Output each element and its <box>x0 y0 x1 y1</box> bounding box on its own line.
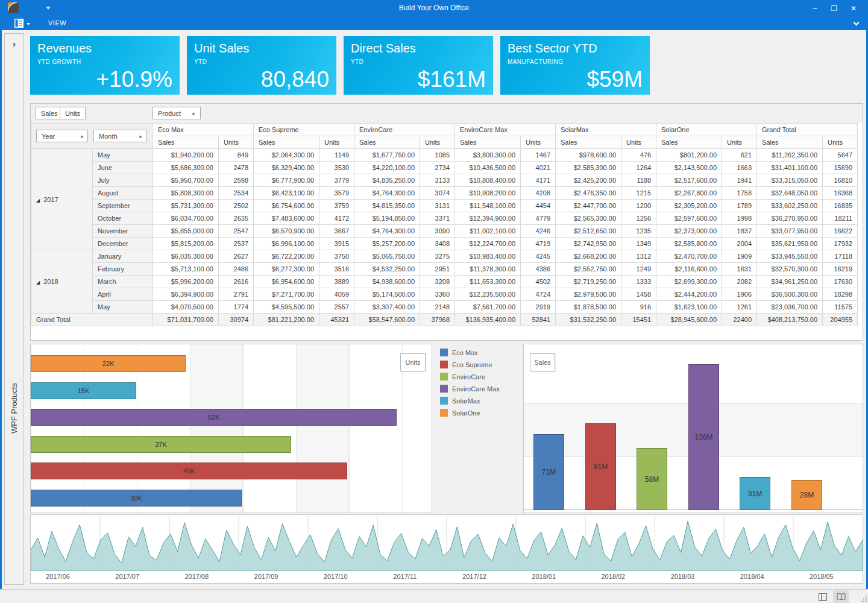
units-bar-eco-max[interactable]: 30K <box>31 490 242 507</box>
year-group-cell[interactable]: ◢2018 <box>31 250 93 314</box>
timeline-axis-labels: 2017/062017/072017/082017/092017/102017/… <box>31 573 863 581</box>
units-bar-solarmax[interactable]: 15K <box>31 382 136 399</box>
legend-item[interactable]: EnviroCare Max <box>440 385 520 393</box>
pivot-value-cell: 16810 <box>823 174 858 187</box>
sales-bar-solarmax[interactable]: 31M <box>740 477 770 510</box>
pivot-corner-cell: Year ▲ Month ▲ <box>31 124 153 149</box>
column-group-header[interactable]: EnviroCare Max <box>455 124 556 136</box>
pivot-value-cell: $11,262,350.00 <box>757 149 823 162</box>
maximize-button[interactable]: ❐ <box>827 3 841 13</box>
value-column-header[interactable]: Units <box>621 136 656 149</box>
pivot-value-cell: 3667 <box>319 225 354 238</box>
resize-grip[interactable] <box>861 596 867 602</box>
year-field-button[interactable]: Year ▲ <box>36 130 88 142</box>
pivot-value-cell: 18298 <box>823 288 858 301</box>
pivot-value-cell: $801,200.00 <box>656 149 722 162</box>
collapse-group-icon[interactable]: ◢ <box>36 280 40 285</box>
month-row-header: November <box>93 225 153 238</box>
value-column-header[interactable]: Sales <box>254 136 319 149</box>
value-column-header[interactable]: Units <box>722 136 757 149</box>
pivot-value-cell: 1149 <box>319 149 354 162</box>
units-measure-button[interactable]: Units <box>60 107 86 119</box>
pivot-value-cell: 17932 <box>823 238 858 250</box>
pivot-value-cell: 17630 <box>823 276 858 288</box>
units-bar-eco-supreme[interactable]: 45K <box>31 463 347 479</box>
units-bar-solarone[interactable]: 22K <box>31 355 186 372</box>
value-column-header[interactable]: Sales <box>153 136 219 149</box>
layout-menu-icon[interactable] <box>14 19 25 28</box>
chart-band <box>190 344 243 513</box>
column-group-header[interactable]: Eco Max <box>153 124 254 136</box>
legend-item[interactable]: Eco Supreme <box>440 361 520 368</box>
value-column-header[interactable]: Units <box>521 136 556 149</box>
kpi-tile-best-sector[interactable]: Best Sector YTD MANUFACTURING $59M <box>500 36 650 95</box>
panel-view-icon[interactable] <box>815 590 831 603</box>
month-row-header: April <box>93 288 153 301</box>
pivot-value-cell: 4171 <box>521 174 556 187</box>
minimize-button[interactable]: – <box>808 3 822 13</box>
units-chart-button[interactable]: Units <box>400 353 426 371</box>
pivot-value-cell: 2547 <box>219 225 254 238</box>
legend-item[interactable]: SolarOne <box>440 409 520 417</box>
value-column-header[interactable]: Units <box>420 136 455 149</box>
pivot-data-row: March$5,996,200.002616$6,954,600.003889$… <box>31 276 858 288</box>
pivot-value-cell: $2,116,600.00 <box>656 263 722 276</box>
pivot-value-cell: 4246 <box>521 225 556 238</box>
pivot-value-cell: $5,996,200.00 <box>153 276 219 288</box>
value-column-header[interactable]: Sales <box>354 136 420 149</box>
kpi-tile-direct-sales[interactable]: Direct Sales YTD $161M <box>344 36 493 95</box>
pivot-value-cell: $10,908,200.00 <box>455 187 521 200</box>
pivot-header-area: Sales Units Product ▲ <box>31 104 863 123</box>
pivot-value-cell: $2,512,650.00 <box>556 225 621 238</box>
year-group-cell[interactable]: ◢2017 <box>31 149 93 250</box>
close-button[interactable]: ✕ <box>846 3 861 13</box>
layout-menu-dropdown-icon[interactable] <box>27 23 30 25</box>
kpi-tile-unit-sales[interactable]: Unit Sales YTD 80,840 <box>187 36 336 95</box>
legend-item[interactable]: Eco Max <box>440 349 520 356</box>
column-group-header[interactable]: Grand Total <box>757 124 858 136</box>
sales-bar-solarone[interactable]: 28M <box>791 480 822 510</box>
reading-view-icon[interactable] <box>833 590 849 603</box>
pivot-value-cell: $2,597,600.00 <box>656 212 722 225</box>
sales-chart-button[interactable]: Sales <box>530 353 555 371</box>
value-column-header[interactable]: Sales <box>455 136 521 149</box>
value-column-header[interactable]: Units <box>219 136 254 149</box>
legend-label: EnviroCare Max <box>452 385 500 393</box>
column-group-header[interactable]: EnviroCare <box>354 124 455 136</box>
timeline-range-control[interactable]: 2017/062017/072017/082017/092017/102017/… <box>30 514 863 584</box>
pivot-value-cell: 2791 <box>219 288 254 301</box>
pivot-value-cell: $3,800,300.00 <box>455 149 521 162</box>
legend-item[interactable]: EnviroCare <box>440 373 520 380</box>
collapse-group-icon[interactable]: ◢ <box>36 198 40 203</box>
chart-band <box>296 344 349 513</box>
value-column-header[interactable]: Sales <box>757 136 823 149</box>
ribbon-collapse-icon[interactable] <box>854 20 860 26</box>
month-field-button[interactable]: Month ▲ <box>93 130 146 142</box>
pivot-value-cell: $1,623,100.00 <box>656 301 722 314</box>
value-column-header[interactable]: Units <box>319 136 354 149</box>
sales-bar-eco-max[interactable]: 71M <box>533 434 564 510</box>
sales-bar-envirocare-max[interactable]: 136M <box>688 364 719 510</box>
sales-measure-button[interactable]: Sales <box>36 107 63 119</box>
pivot-value-cell: $2,305,200.00 <box>656 200 722 212</box>
column-group-header[interactable]: Eco Supreme <box>254 124 354 136</box>
menu-item-view[interactable]: VIEW <box>48 19 66 27</box>
units-bar-envirocare-max[interactable]: 52K <box>31 409 397 426</box>
column-group-header[interactable]: SolarMax <box>556 124 656 136</box>
value-column-header[interactable]: Units <box>823 136 858 149</box>
sales-bar-eco-supreme[interactable]: 81M <box>585 423 616 510</box>
units-bar-envirocare[interactable]: 37K <box>31 436 291 453</box>
column-group-header[interactable]: SolarOne <box>656 124 757 136</box>
pivot-value-cell: 3275 <box>420 250 455 263</box>
legend-item[interactable]: SolarMax <box>440 397 520 405</box>
value-column-header[interactable]: Sales <box>656 136 722 149</box>
sales-bar-envirocare[interactable]: 58M <box>637 448 667 510</box>
value-column-header[interactable]: Sales <box>556 136 621 149</box>
kpi-tile-revenues[interactable]: Revenues YTD GROWTH +10.9% <box>30 36 180 95</box>
products-side-panel[interactable]: › WPF Products <box>4 33 24 585</box>
pivot-value-cell: 18211 <box>823 212 858 225</box>
pivot-value-cell: $2,742,950.00 <box>556 238 621 250</box>
product-field-button[interactable]: Product ▲ <box>153 107 201 119</box>
title-bar: Build Your Own Office – ❐ ✕ <box>0 0 868 16</box>
timeline-month-label: 2018/05 <box>801 573 842 580</box>
